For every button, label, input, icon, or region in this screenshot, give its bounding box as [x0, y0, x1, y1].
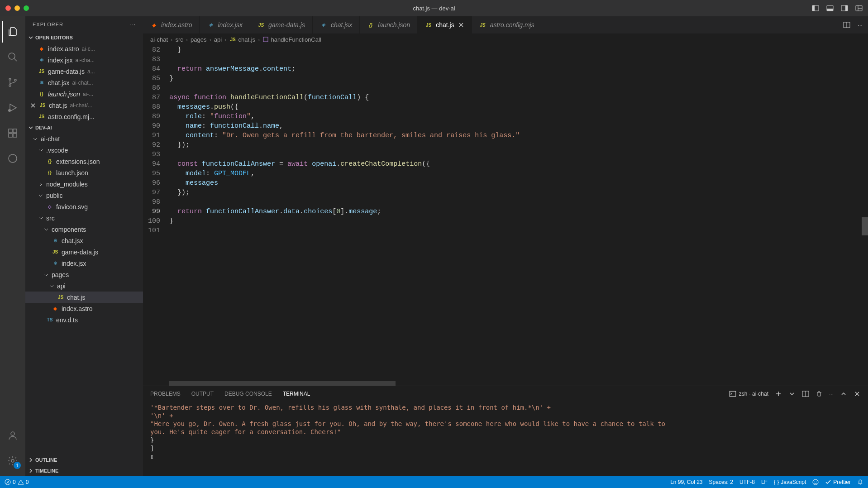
- breadcrumb-item[interactable]: api: [214, 36, 222, 43]
- chevron-down-icon[interactable]: [788, 390, 796, 397]
- js-icon: JS: [229, 36, 237, 43]
- file-extensions-json[interactable]: {}extensions.json: [25, 156, 143, 167]
- status-cursor[interactable]: Ln 99, Col 23: [670, 479, 702, 485]
- file-chat-js[interactable]: JSchat.js: [25, 292, 143, 303]
- terminal-more-icon[interactable]: ···: [829, 391, 834, 397]
- activity-extensions[interactable]: [2, 122, 24, 144]
- maximize-panel-icon[interactable]: [840, 390, 847, 397]
- status-eol[interactable]: LF: [761, 479, 768, 485]
- customize-layout-icon[interactable]: [855, 5, 863, 12]
- status-spaces[interactable]: Spaces: 2: [709, 479, 733, 485]
- open-editor-item[interactable]: JSastro.config.mj...: [25, 111, 143, 122]
- minimize-window-button[interactable]: [14, 5, 20, 11]
- activity-edge[interactable]: [2, 148, 24, 169]
- close-panel-icon[interactable]: [854, 390, 861, 397]
- new-terminal-icon[interactable]: [775, 390, 782, 397]
- activity-accounts[interactable]: [2, 425, 24, 446]
- chevron-right-icon: [38, 182, 43, 187]
- split-terminal-icon[interactable]: [802, 390, 809, 397]
- breadcrumbs[interactable]: ai-chat› src› pages› api› JSchat.js› han…: [143, 33, 868, 45]
- activity-settings[interactable]: 1: [2, 450, 24, 472]
- activity-search[interactable]: [2, 46, 24, 68]
- layout-sidebar-left-icon[interactable]: [812, 5, 819, 12]
- scrollbar-vertical[interactable]: [862, 45, 868, 386]
- astro-icon: ◆: [52, 305, 59, 312]
- folder-public[interactable]: public: [25, 190, 143, 201]
- breadcrumb-item[interactable]: src: [175, 36, 183, 43]
- settings-badge: 1: [14, 462, 21, 469]
- folder-pages[interactable]: pages: [25, 269, 143, 280]
- activity-explorer[interactable]: [2, 21, 24, 43]
- tab-chat-js[interactable]: JSchat.js: [418, 16, 472, 33]
- panel-tab-debug-console[interactable]: DEBUG CONSOLE: [224, 388, 272, 400]
- chevron-down-icon: [28, 125, 33, 130]
- code-editor[interactable]: 8283848586878889909192939495969798991001…: [143, 45, 868, 386]
- react-icon: ⚛: [38, 57, 45, 64]
- open-editor-item-active[interactable]: JSchat.jsai-chat/...: [25, 100, 143, 111]
- tab-more-icon[interactable]: ···: [858, 22, 863, 29]
- open-editor-item[interactable]: ⚛chat.jsxai-chat...: [25, 77, 143, 88]
- activity-source-control[interactable]: [2, 72, 24, 93]
- file-index-astro[interactable]: ◆index.astro: [25, 303, 143, 314]
- tab-chat-jsx[interactable]: ⚛chat.jsx: [313, 16, 360, 33]
- open-editor-item[interactable]: {}launch.jsonai-...: [25, 88, 143, 100]
- activity-run-debug[interactable]: [2, 97, 24, 119]
- scrollbar-thumb[interactable]: [862, 217, 868, 235]
- account-icon: [7, 430, 18, 441]
- scrollbar-horizontal[interactable]: [169, 381, 396, 386]
- section-label: OPEN EDITORS: [35, 35, 73, 40]
- file-launch-json[interactable]: {}launch.json: [25, 167, 143, 178]
- close-icon[interactable]: [458, 22, 464, 28]
- section-open-editors[interactable]: OPEN EDITORS: [25, 32, 143, 43]
- breadcrumb-item[interactable]: handleFunctionCall: [262, 36, 321, 43]
- open-editor-item[interactable]: ◆index.astroai-c...: [25, 43, 143, 54]
- file-game-data[interactable]: JSgame-data.js: [25, 246, 143, 258]
- layout-sidebar-right-icon[interactable]: [841, 5, 848, 12]
- tab-index-astro[interactable]: ◆index.astro: [143, 16, 200, 33]
- tab-launch-json[interactable]: {}launch.json: [360, 16, 418, 33]
- panel-tab-problems[interactable]: PROBLEMS: [150, 388, 181, 400]
- file-index-jsx[interactable]: ⚛index.jsx: [25, 258, 143, 269]
- kill-terminal-icon[interactable]: [816, 390, 823, 397]
- terminal-selector[interactable]: zsh - ai-chat: [729, 390, 768, 397]
- minimap[interactable]: [816, 45, 862, 386]
- file-chat-jsx[interactable]: ⚛chat.jsx: [25, 235, 143, 246]
- status-errors[interactable]: 0 0: [5, 479, 29, 485]
- method-icon: [262, 36, 269, 43]
- file-favicon[interactable]: ◇favicon.svg: [25, 201, 143, 212]
- folder-vscode[interactable]: .vscode: [25, 144, 143, 156]
- status-feedback[interactable]: [812, 479, 819, 485]
- breadcrumb-item[interactable]: JSchat.js: [229, 36, 256, 43]
- tab-index-jsx[interactable]: ⚛index.jsx: [200, 16, 250, 33]
- status-notifications[interactable]: [857, 479, 863, 485]
- open-editor-item[interactable]: ⚛index.jsxai-cha...: [25, 54, 143, 66]
- folder-ai-chat[interactable]: ai-chat: [25, 133, 143, 144]
- status-prettier[interactable]: Prettier: [825, 479, 851, 485]
- panel-tab-output[interactable]: OUTPUT: [191, 388, 214, 400]
- status-encoding[interactable]: UTF-8: [739, 479, 755, 485]
- open-editor-item[interactable]: JSgame-data.jsa...: [25, 66, 143, 77]
- breadcrumb-item[interactable]: pages: [191, 36, 206, 43]
- code-content[interactable]: } return answerMessage.content;} async f…: [169, 45, 868, 386]
- section-timeline[interactable]: TIMELINE: [25, 465, 143, 476]
- split-editor-icon[interactable]: [843, 21, 850, 29]
- folder-api[interactable]: api: [25, 280, 143, 292]
- sidebar-more-icon[interactable]: ···: [130, 22, 136, 27]
- section-project[interactable]: DEV-AI: [25, 122, 143, 133]
- folder-node-modules[interactable]: node_modules: [25, 178, 143, 190]
- status-language[interactable]: { }JavaScript: [774, 479, 806, 485]
- folder-components[interactable]: components: [25, 224, 143, 235]
- tab-game-data[interactable]: JSgame-data.js: [250, 16, 313, 33]
- section-outline[interactable]: OUTLINE: [25, 455, 143, 465]
- tab-astro-config[interactable]: JSastro.config.mjs: [472, 16, 542, 33]
- panel-tab-terminal[interactable]: TERMINAL: [283, 388, 310, 400]
- maximize-window-button[interactable]: [24, 5, 29, 11]
- close-window-button[interactable]: [5, 5, 11, 11]
- folder-src[interactable]: src: [25, 212, 143, 224]
- layout-panel-icon[interactable]: [826, 5, 834, 12]
- terminal-content[interactable]: '*Bartender steps over to Dr. Owen, refi…: [143, 402, 868, 476]
- breadcrumb-item[interactable]: ai-chat: [150, 36, 168, 43]
- close-icon[interactable]: [30, 102, 36, 109]
- file-env-dts[interactable]: TSenv.d.ts: [25, 314, 143, 325]
- svg-point-31: [816, 482, 817, 482]
